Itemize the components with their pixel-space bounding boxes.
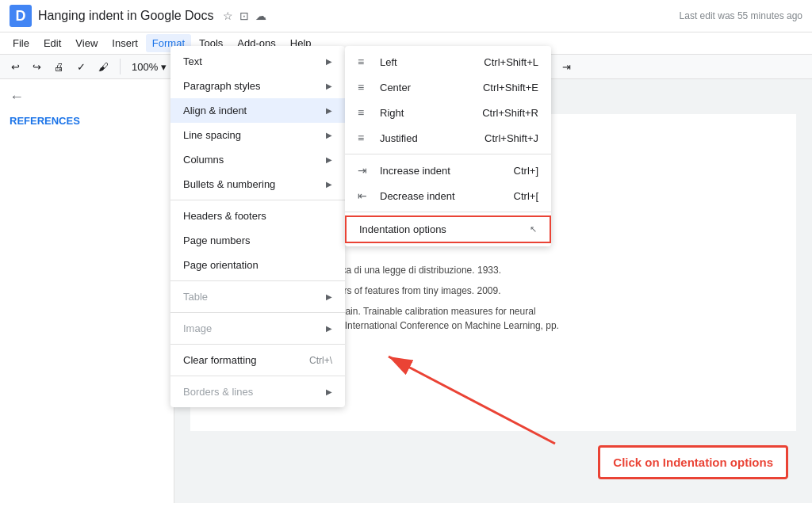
decrease-indent-label: Decrease indent: [380, 190, 455, 202]
indentation-options-content: Indentation options: [359, 223, 446, 235]
format-image-arrow: ▶: [326, 324, 332, 333]
format-menu-pagenumbers[interactable]: Page numbers: [170, 228, 345, 253]
align-sep-2: [345, 212, 551, 212]
cursor-indicator: ↖: [530, 224, 537, 235]
doc-icon: D: [10, 5, 32, 27]
redo-button[interactable]: ↪: [28, 59, 46, 75]
format-linespacing-arrow: ▶: [326, 131, 332, 139]
format-menu-text[interactable]: Text ▶: [170, 49, 345, 74]
align-center-label: Center: [380, 82, 411, 93]
format-paragraph-label: Paragraph styles: [183, 80, 261, 92]
format-sep-1: [170, 200, 345, 200]
format-bullets-arrow: ▶: [326, 180, 332, 189]
align-right-icon: ≡: [358, 106, 372, 119]
format-menu-linespacing[interactable]: Line spacing ▶: [170, 123, 345, 147]
format-menu-borders: Borders & lines ▶: [170, 379, 345, 404]
format-borders-label: Borders & lines: [183, 386, 253, 398]
align-center-content: ≡ Center: [358, 81, 411, 93]
cloud-icon[interactable]: ☁: [255, 10, 266, 22]
title-bar: D Hanging indent in Google Docs ☆ ⊡ ☁ La…: [0, 0, 812, 32]
undo-button[interactable]: ↩: [6, 59, 25, 75]
format-columns-label: Columns: [183, 154, 224, 166]
format-menu-paragraph[interactable]: Paragraph styles ▶: [170, 74, 345, 98]
format-borders-arrow: ▶: [326, 387, 332, 396]
increase-indent-icon: ⇥: [358, 164, 372, 177]
align-center-icon: ≡: [358, 81, 372, 93]
format-menu-align[interactable]: Align & indent ▶: [170, 98, 345, 123]
spellcheck-button[interactable]: ✓: [72, 59, 90, 75]
decrease-indent-item[interactable]: ⇤ Decrease indent Ctrl+[: [345, 183, 551, 208]
format-align-arrow: ▶: [326, 106, 332, 115]
align-left-label: Left: [380, 56, 397, 68]
last-edit-text: Last edit was 55 minutes ago: [680, 10, 802, 21]
align-justified-item[interactable]: ≡ Justified Ctrl+Shift+J: [345, 125, 551, 151]
format-table-label: Table: [183, 291, 208, 303]
doc-title: Hanging indent in Google Docs: [38, 9, 213, 23]
toolbar-sep-1: [120, 59, 121, 74]
align-left-icon: ≡: [358, 55, 372, 68]
zoom-select[interactable]: 100% ▾: [127, 59, 171, 75]
format-linespacing-label: Line spacing: [183, 129, 241, 141]
align-right-shortcut: Ctrl+Shift+R: [482, 107, 538, 119]
star-icon[interactable]: ☆: [223, 10, 233, 22]
format-menu-headers[interactable]: Headers & footers: [170, 204, 345, 228]
increase-indent-label: Increase indent: [380, 165, 450, 177]
align-right-content: ≡ Right: [358, 106, 404, 119]
format-columns-arrow: ▶: [326, 155, 332, 164]
format-clearformatting-label: Clear formatting: [183, 354, 256, 366]
format-sep-2: [170, 280, 345, 281]
menu-edit[interactable]: Edit: [37, 34, 67, 52]
references-label: REFERENCES: [10, 115, 164, 127]
title-icons: ☆ ⊡ ☁: [223, 10, 266, 22]
format-text-label: Text: [183, 55, 202, 67]
align-center-item[interactable]: ≡ Center Ctrl+Shift+E: [345, 74, 551, 100]
align-sep-1: [345, 154, 551, 154]
format-image-label: Image: [183, 322, 212, 334]
align-left-shortcut: Ctrl+Shift+L: [484, 56, 538, 68]
format-menu-table: Table ▶: [170, 284, 345, 309]
sidebar: ← REFERENCES: [0, 79, 174, 503]
format-menu: Text ▶ Paragraph styles ▶ Align & indent…: [170, 46, 345, 407]
decrease-indent-shortcut: Ctrl+[: [514, 190, 538, 202]
align-submenu: ≡ Left Ctrl+Shift+L ≡ Center Ctrl+Shift+…: [345, 46, 551, 246]
menu-insert[interactable]: Insert: [105, 34, 144, 52]
format-paragraph-arrow: ▶: [326, 82, 332, 90]
format-menu-bullets[interactable]: Bullets & numbering ▶: [170, 172, 345, 196]
decrease-indent-icon: ⇤: [358, 189, 372, 202]
align-left-item[interactable]: ≡ Left Ctrl+Shift+L: [345, 49, 551, 74]
indentation-options-item[interactable]: Indentation options ↖: [345, 215, 551, 243]
annotation-box: Click on Indentation options: [598, 445, 788, 479]
indent-increase-button[interactable]: ⇥: [557, 59, 576, 75]
align-center-shortcut: Ctrl+Shift+E: [483, 82, 538, 93]
align-justified-content: ≡ Justified: [358, 132, 418, 144]
history-icon[interactable]: ⊡: [239, 10, 249, 22]
increase-indent-item[interactable]: ⇥ Increase indent Ctrl+]: [345, 158, 551, 183]
increase-indent-shortcut: Ctrl+]: [514, 165, 538, 177]
format-text-arrow: ▶: [326, 57, 332, 66]
back-button[interactable]: ←: [10, 89, 164, 105]
align-right-item[interactable]: ≡ Right Ctrl+Shift+R: [345, 100, 551, 125]
format-menu-pageorientation[interactable]: Page orientation: [170, 253, 345, 277]
align-right-label: Right: [380, 107, 404, 119]
increase-indent-content: ⇥ Increase indent: [358, 164, 450, 177]
format-clearformatting-shortcut: Ctrl+\: [309, 355, 332, 366]
menu-view[interactable]: View: [69, 34, 104, 52]
indentation-options-label: Indentation options: [359, 223, 446, 235]
paint-format-button[interactable]: 🖌: [94, 59, 113, 75]
format-align-label: Align & indent: [183, 105, 247, 116]
format-sep-5: [170, 376, 345, 376]
align-justified-icon: ≡: [358, 132, 372, 144]
format-pagenumbers-label: Page numbers: [183, 235, 251, 246]
annotation-text: Click on Indentation options: [613, 456, 773, 469]
format-table-arrow: ▶: [326, 292, 332, 301]
align-justified-label: Justified: [380, 132, 418, 144]
decrease-indent-content: ⇤ Decrease indent: [358, 189, 455, 202]
format-menu-clearformatting[interactable]: Clear formatting Ctrl+\: [170, 348, 345, 372]
format-sep-4: [170, 344, 345, 345]
print-button[interactable]: 🖨: [49, 59, 69, 75]
format-sep-3: [170, 312, 345, 313]
format-menu-image: Image ▶: [170, 316, 345, 341]
menu-file[interactable]: File: [6, 34, 36, 52]
format-menu-columns[interactable]: Columns ▶: [170, 147, 345, 172]
format-headers-label: Headers & footers: [183, 210, 266, 222]
